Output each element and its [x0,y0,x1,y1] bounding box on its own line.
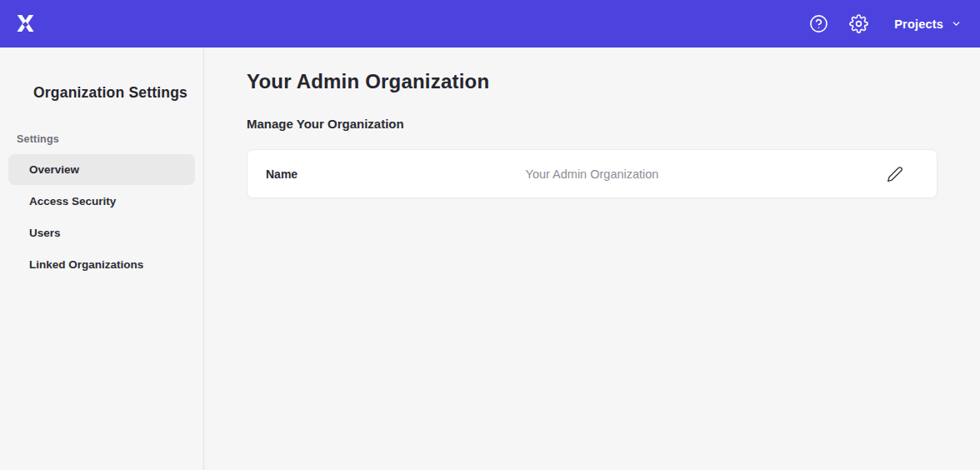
page-title: Your Admin Organization [247,70,938,93]
settings-button[interactable] [844,10,872,38]
sidebar-item-access-security[interactable]: Access Security [8,186,195,217]
sidebar-item-label: Users [29,227,61,239]
organization-name-card: Name Your Admin Organization [247,149,938,198]
sidebar-nav-list: Overview Access Security Users Linked Or… [8,154,195,280]
edit-pencil-icon [887,166,903,182]
manage-section-title: Manage Your Organization [247,117,938,131]
sidebar-title: Organization Settings [33,84,203,102]
sidebar-item-label: Linked Organizations [29,258,143,271]
projects-label: Projects [894,18,943,31]
hex-logo[interactable]: X [17,10,42,38]
gear-icon [849,14,868,33]
help-icon [809,14,828,33]
sidebar-section-label: Settings [17,133,203,145]
edit-name-button[interactable] [887,166,903,182]
sidebar-item-users[interactable]: Users [8,218,195,248]
sidebar-item-linked-organizations[interactable]: Linked Organizations [8,249,195,280]
navbar-right-cluster: Projects [804,10,962,38]
settings-sidebar: Organization Settings Settings Overview … [0,48,204,470]
projects-dropdown[interactable]: Projects [894,18,962,31]
main-content: Your Admin Organization Manage Your Orga… [204,48,980,470]
name-field-label: Name [266,168,298,181]
sidebar-item-label: Overview [29,163,79,176]
help-button[interactable] [804,10,832,38]
chevron-down-icon [951,18,962,29]
sidebar-item-overview[interactable]: Overview [8,154,195,185]
name-field-value: Your Admin Organization [248,168,937,181]
sidebar-item-label: Access Security [29,195,116,208]
top-navbar: X Projects [0,0,980,48]
